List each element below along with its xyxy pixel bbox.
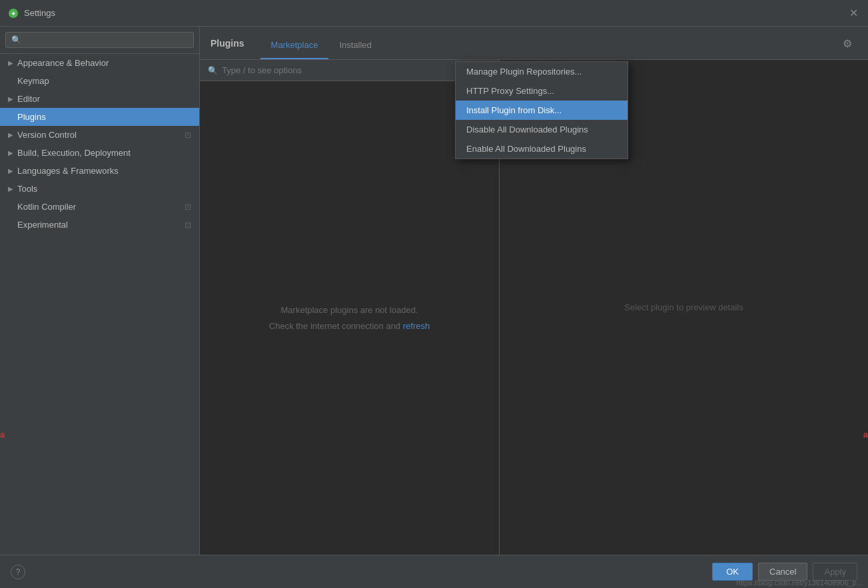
bottom-left: ? (11, 565, 25, 579)
dropdown-item-install-disk[interactable]: Install Plugin from Disk... (456, 101, 628, 120)
tab-marketplace[interactable]: Marketplace (260, 35, 329, 59)
sidebar-item-label: Experimental (17, 220, 68, 230)
sidebar-item-label: Build, Execution, Deployment (17, 148, 131, 158)
plugin-list-area: Marketplace plugins are not loaded. Chec… (200, 81, 499, 555)
left-marker: a (0, 430, 5, 440)
sidebar-item-label: Keymap (17, 76, 49, 86)
bottom-right: OK Cancel Apply (712, 563, 857, 581)
arrow-icon: ▶ (8, 185, 13, 192)
search-icon: 🔍 (208, 66, 218, 75)
empty-message-2: Check the internet connection and refres… (269, 318, 430, 334)
sidebar: ▶ Appearance & Behavior ▶ Keymap ▶ Edito… (0, 27, 200, 555)
arrow-icon: ▶ (8, 131, 13, 139)
sidebar-item-label: Appearance & Behavior (17, 58, 109, 68)
reset-icon: ⊡ (185, 131, 191, 140)
sidebar-item-keymap[interactable]: ▶ Keymap (0, 72, 199, 90)
arrow-icon: ▶ (8, 167, 13, 174)
sidebar-item-editor[interactable]: ▶ Editor (0, 90, 199, 108)
sidebar-item-label: Plugins (17, 112, 46, 122)
window-title: Settings (24, 8, 55, 18)
svg-text:✦: ✦ (11, 10, 16, 17)
sidebar-item-tools[interactable]: ▶ Tools (0, 180, 199, 198)
arrow-icon: ▶ (8, 149, 13, 156)
sidebar-item-label: Version Control (17, 130, 77, 140)
sidebar-search-container (0, 27, 199, 54)
dropdown-item-disable-all[interactable]: Disable All Downloaded Plugins (456, 120, 628, 139)
cancel-button[interactable]: Cancel (758, 563, 807, 581)
sidebar-item-build[interactable]: ▶ Build, Execution, Deployment (0, 144, 199, 162)
sidebar-item-languages[interactable]: ▶ Languages & Frameworks (0, 162, 199, 180)
app-icon: ✦ (8, 8, 19, 19)
preview-text: Select plugin to preview details (624, 302, 743, 312)
empty-message-1: Marketplace plugins are not loaded. (281, 302, 418, 318)
reset-icon-kotlin: ⊡ (185, 202, 191, 212)
sidebar-item-label: Tools (17, 184, 37, 194)
arrow-icon: ▶ (8, 59, 13, 67)
apply-button[interactable]: Apply (813, 563, 857, 581)
dropdown-item-http-proxy[interactable]: HTTP Proxy Settings... (456, 81, 628, 101)
plugins-section-title: Plugins (211, 38, 244, 57)
sidebar-item-label: Editor (17, 94, 40, 104)
plugin-search-input[interactable] (222, 65, 491, 75)
sidebar-item-appearance[interactable]: ▶ Appearance & Behavior (0, 54, 199, 72)
dropdown-menu: Manage Plugin Repositories... HTTP Proxy… (455, 61, 628, 159)
plugins-header: Plugins Marketplace Installed ⚙ (200, 27, 868, 60)
sidebar-item-label: Kotlin Compiler (17, 202, 76, 212)
main-layout: ▶ Appearance & Behavior ▶ Keymap ▶ Edito… (0, 27, 868, 555)
plugin-search-bar: 🔍 (200, 60, 499, 81)
tab-installed[interactable]: Installed (328, 35, 382, 59)
help-button[interactable]: ? (11, 565, 25, 579)
close-button[interactable]: ✕ (847, 7, 860, 20)
dropdown-item-manage-repos[interactable]: Manage Plugin Repositories... (456, 62, 628, 81)
status-url: https://blog.csdn.net/y1361408906_p... (736, 579, 868, 587)
bottom-bar: ? OK Cancel Apply https://blog.csdn.net/… (0, 555, 868, 588)
arrow-icon: ▶ (8, 95, 13, 103)
sidebar-item-experimental[interactable]: ▶ Experimental ⊡ (0, 216, 199, 234)
title-bar: ✦ Settings ✕ (0, 0, 868, 27)
right-marker: a (863, 430, 868, 440)
ok-button[interactable]: OK (712, 563, 753, 581)
sidebar-search-input[interactable] (5, 32, 194, 48)
sidebar-item-version-control[interactable]: ▶ Version Control ⊡ (0, 126, 199, 144)
gear-button[interactable]: ⚙ (837, 35, 857, 53)
sidebar-item-label: Languages & Frameworks (17, 166, 119, 176)
tabs-area: Marketplace Installed ⚙ (260, 35, 857, 59)
refresh-link[interactable]: refresh (403, 321, 430, 331)
reset-icon-experimental: ⊡ (185, 220, 191, 230)
sidebar-item-plugins[interactable]: ▶ Plugins (0, 108, 199, 126)
sidebar-item-kotlin[interactable]: ▶ Kotlin Compiler ⊡ (0, 198, 199, 216)
dropdown-item-enable-all[interactable]: Enable All Downloaded Plugins (456, 139, 628, 158)
